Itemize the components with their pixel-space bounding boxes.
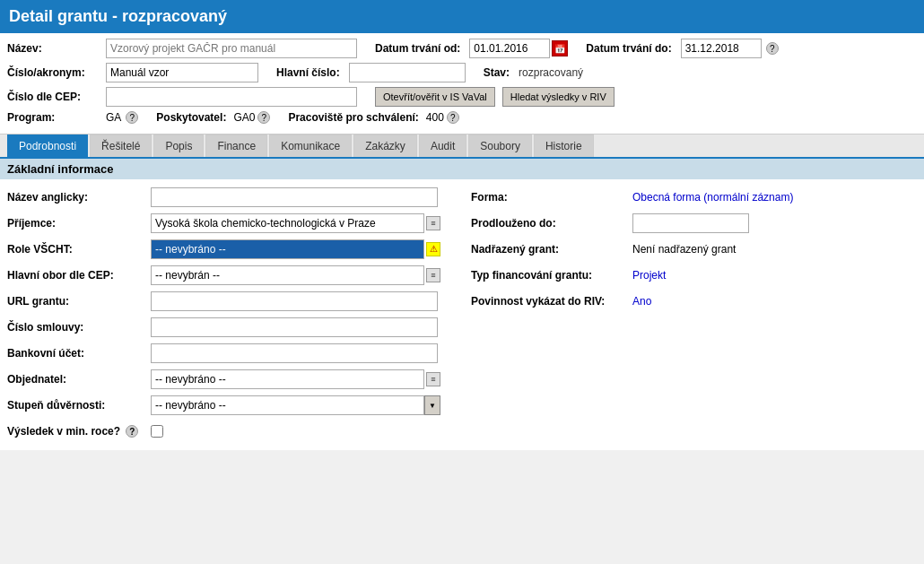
page-title: Detail grantu - rozpracovaný: [9, 7, 227, 25]
vysledek-checkbox[interactable]: [151, 425, 163, 438]
url-input[interactable]: [151, 291, 438, 311]
form-row-program: Program: GA ? Poskytovatel: GA0 ? Pracov…: [7, 111, 917, 124]
tab-popis[interactable]: Popis: [153, 134, 204, 157]
prijemce-label: Příjemce:: [7, 217, 151, 230]
url-label: URL grantu:: [7, 295, 151, 308]
tab-komunikace[interactable]: Komunikace: [269, 134, 352, 157]
datum-od-label: Datum trvání od:: [375, 42, 460, 55]
vysledek-label: Výsledek v min. roce? ?: [7, 425, 151, 438]
stupen-label: Stupeň důvěrnosti:: [7, 399, 151, 412]
bank-label: Bankovní účet:: [7, 347, 151, 360]
povinnost-value[interactable]: Ano: [632, 295, 651, 308]
page-wrapper: Detail grantu - rozpracovaný Název: Datu…: [0, 0, 924, 450]
tab-historie[interactable]: Historie: [534, 134, 594, 157]
tab-soubory[interactable]: Soubory: [468, 134, 532, 157]
bank-input[interactable]: [151, 343, 438, 363]
main-content: Název anglicky: Příjemce: ≡ Role VŠCHT:: [0, 183, 924, 450]
tabs-bar: Podrobnosti Řešitelé Popis Finance Komun…: [0, 134, 924, 159]
obor-input-wrapper: ≡: [151, 265, 440, 285]
datum-do-input[interactable]: [681, 39, 762, 58]
pracoviste-help-icon[interactable]: ?: [447, 111, 459, 124]
tab-resitele[interactable]: Řešitelé: [90, 134, 152, 157]
objednatel-label: Objednatel:: [7, 373, 151, 386]
datum-od-calendar-icon[interactable]: 📅: [552, 40, 568, 56]
btn-hledat[interactable]: Hledat výsledky v RIV: [502, 87, 615, 107]
objednatel-input[interactable]: [151, 369, 424, 389]
field-row-bank: Bankovní účet:: [7, 343, 453, 364]
hlavni-cislo-input[interactable]: [349, 63, 466, 82]
form-row-nazev: Název: Datum trvání od: 📅 Datum trvání d…: [7, 39, 917, 58]
povinnost-label: Povinnost vykázat do RIV:: [471, 295, 632, 308]
tab-finance[interactable]: Finance: [205, 134, 267, 157]
forma-label: Forma:: [471, 191, 632, 204]
cislo-smlouvy-label: Číslo smlouvy:: [7, 321, 151, 334]
right-column: Forma: Obecná forma (normální záznam) Pr…: [471, 187, 917, 447]
prodlouzeno-label: Prodlouženo do:: [471, 217, 632, 230]
obor-list-icon[interactable]: ≡: [426, 268, 440, 282]
section-title: Základní informace: [7, 162, 113, 176]
field-row-stupen: Stupeň důvěrnosti: ▼: [7, 395, 453, 416]
field-row-prodlouzeno: Prodlouženo do:: [471, 213, 917, 234]
field-row-typ: Typ financování grantu: Projekt: [471, 265, 917, 286]
cislo-akronym-input[interactable]: [106, 63, 258, 82]
cislo-cep-input[interactable]: [106, 87, 357, 107]
obor-label: Hlavní obor dle CEP:: [7, 269, 151, 282]
program-label: Program:: [7, 111, 106, 124]
stupen-input[interactable]: [151, 395, 424, 415]
stupen-dropdown-wrapper: ▼: [151, 395, 440, 415]
objednatel-list-icon[interactable]: ≡: [426, 372, 440, 386]
btn-otevrit[interactable]: Otevřít/ověřit v IS VaVal: [375, 87, 495, 107]
role-warning-icon: ⚠: [426, 242, 440, 256]
prijemce-input-wrapper: ≡: [151, 213, 440, 233]
tab-podrobnosti[interactable]: Podrobnosti: [7, 134, 88, 157]
nazev-label: Název:: [7, 42, 106, 55]
content-grid: Název anglicky: Příjemce: ≡ Role VŠCHT:: [7, 187, 917, 447]
section-header: Základní informace: [0, 159, 924, 179]
field-row-povinnost: Povinnost vykázat do RIV: Ano: [471, 291, 917, 312]
vysledek-help-icon[interactable]: ?: [126, 425, 138, 438]
cislo-smlouvy-input[interactable]: [151, 317, 438, 337]
field-row-url: URL grantu:: [7, 291, 453, 312]
cislo-akronym-label: Číslo/akronym:: [7, 66, 106, 79]
stupen-dropdown-btn[interactable]: ▼: [424, 395, 440, 415]
field-row-forma: Forma: Obecná forma (normální záznam): [471, 187, 917, 208]
field-row-objednatel: Objednatel: ≡: [7, 369, 453, 390]
left-column: Název anglicky: Příjemce: ≡ Role VŠCHT:: [7, 187, 453, 447]
role-input[interactable]: [151, 239, 424, 259]
nazev-en-label: Název anglicky:: [7, 191, 151, 204]
typ-label: Typ financování grantu:: [471, 269, 632, 282]
nazev-input[interactable]: [106, 39, 357, 58]
pracoviste-value: 400: [426, 111, 444, 124]
program-help-icon[interactable]: ?: [126, 111, 138, 124]
stav-label: Stav:: [484, 66, 510, 79]
program-value: GA: [106, 111, 121, 124]
hlavni-cislo-label: Hlavní číslo:: [276, 66, 340, 79]
poskytovatel-help-icon[interactable]: ?: [257, 111, 270, 124]
role-input-wrapper: ⚠: [151, 239, 440, 259]
datum-do-label: Datum trvání do:: [586, 42, 671, 55]
form-row-cislo: Číslo/akronym: Hlavní číslo: Stav: rozpr…: [7, 63, 917, 82]
prodlouzeno-input[interactable]: [632, 213, 749, 233]
top-form: Název: Datum trvání od: 📅 Datum trvání d…: [0, 33, 924, 134]
cislo-cep-label: Číslo dle CEP:: [7, 91, 106, 103]
obor-input[interactable]: [151, 265, 424, 285]
datum-do-help-icon[interactable]: ?: [766, 42, 779, 55]
field-row-cislo-smlouvy: Číslo smlouvy:: [7, 317, 453, 338]
field-row-prijemce: Příjemce: ≡: [7, 213, 453, 234]
role-label: Role VŠCHT:: [7, 243, 151, 256]
tab-zakazky[interactable]: Zakázky: [353, 134, 417, 157]
nazev-en-input[interactable]: [151, 187, 438, 207]
poskytovatel-label: Poskytovatel:: [156, 111, 226, 124]
field-row-vysledek: Výsledek v min. roce? ?: [7, 421, 453, 442]
tab-audit[interactable]: Audit: [419, 134, 466, 157]
forma-value[interactable]: Obecná forma (normální záznam): [632, 191, 793, 204]
field-row-nazev-en: Název anglicky:: [7, 187, 453, 208]
prijemce-input[interactable]: [151, 213, 424, 233]
typ-value[interactable]: Projekt: [632, 269, 666, 282]
poskytovatel-value: GA0: [233, 111, 255, 124]
datum-od-input[interactable]: [469, 39, 550, 58]
page-header: Detail grantu - rozpracovaný: [0, 0, 924, 33]
form-row-cep: Číslo dle CEP: Otevřít/ověřit v IS VaVal…: [7, 87, 917, 107]
prijemce-list-icon[interactable]: ≡: [426, 216, 440, 230]
field-row-nadrazeny: Nadřazený grant: Není nadřazený grant: [471, 239, 917, 260]
